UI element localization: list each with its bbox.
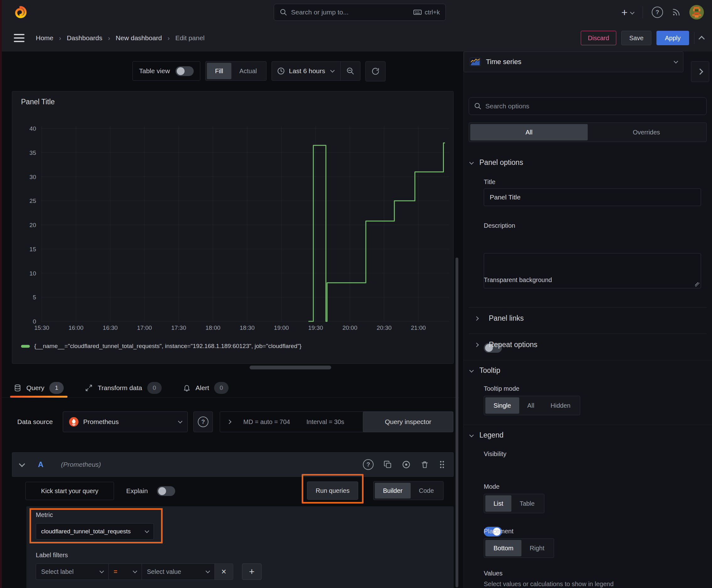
seg-option-all[interactable]: All <box>519 397 542 414</box>
divider <box>464 360 712 360</box>
divider <box>694 32 694 44</box>
copy-icon[interactable] <box>384 460 392 469</box>
visualization-picker[interactable]: Time series <box>464 51 684 72</box>
resize-handle-icon[interactable] <box>695 282 699 287</box>
grafana-logo-icon[interactable] <box>13 5 28 19</box>
seg-option-right[interactable]: Right <box>521 540 553 556</box>
section-repeat-options[interactable]: Repeat options <box>475 340 537 349</box>
svg-text:10: 10 <box>29 270 36 277</box>
seg-option-bottom[interactable]: Bottom <box>486 540 521 556</box>
apply-button[interactable]: Apply <box>656 31 689 45</box>
section-panel-options[interactable]: Panel options <box>470 158 523 167</box>
legend-values-hint: Select values or calculations to show in… <box>484 581 614 588</box>
select-value-dropdown[interactable]: Select value <box>142 564 215 580</box>
clock-icon <box>277 67 285 75</box>
add-filter-button[interactable]: + <box>242 564 261 580</box>
explain-toggle[interactable] <box>157 486 175 496</box>
svg-text:40: 40 <box>29 125 36 132</box>
operator-dropdown[interactable]: = <box>109 564 142 580</box>
query-inspector-button[interactable]: Query inspector <box>363 412 453 432</box>
seg-option-actual[interactable]: Actual <box>231 63 265 79</box>
discard-button[interactable]: Discard <box>581 31 617 45</box>
metric-label: Metric <box>36 511 53 519</box>
tab-alert[interactable]: Alert 0 <box>181 378 231 398</box>
search-placeholder: Search or jump to... <box>291 8 410 16</box>
chevron-right-icon: › <box>59 35 61 42</box>
legend-placement-label: Placement <box>484 528 514 535</box>
tab-label: Transform data <box>98 384 142 392</box>
query-row-header[interactable]: A (Prometheus) ? <box>12 452 454 477</box>
breadcrumb-item-new-dashboard[interactable]: New dashboard <box>116 34 162 42</box>
section-heading: Repeat options <box>489 340 537 349</box>
breadcrumb-item-home[interactable]: Home <box>36 34 53 42</box>
zoom-out-button[interactable] <box>340 62 360 80</box>
plus-icon: + <box>621 7 628 18</box>
avatar[interactable] <box>689 5 704 19</box>
menu-icon[interactable] <box>14 34 24 42</box>
seg-option-overrides[interactable]: Overrides <box>588 124 705 141</box>
section-panel-links[interactable]: Panel links <box>475 314 524 322</box>
legend-values-label: Values <box>484 570 503 577</box>
tab-count-badge: 0 <box>214 382 229 394</box>
query-editor-body: Metric cloudflared_tunnel_total_requests… <box>26 506 454 588</box>
tab-query[interactable]: Query 1 <box>12 378 66 398</box>
datasource-select[interactable]: Prometheus <box>63 412 188 432</box>
time-range-picker[interactable]: Last 6 hours <box>272 61 360 81</box>
global-search-input[interactable]: Search or jump to... ctrl+k <box>274 4 446 21</box>
seg-option-table[interactable]: Table <box>511 495 543 512</box>
transparent-background-label: Transparent background <box>484 276 552 284</box>
interval: Interval = 30s <box>306 418 344 426</box>
options-search-input[interactable]: Search options <box>469 97 707 115</box>
query-options-row[interactable]: MD = auto = 704 Interval = 30s Query ins… <box>220 412 453 432</box>
section-heading: Tooltip <box>479 366 500 375</box>
section-tooltip[interactable]: Tooltip <box>470 366 500 375</box>
select-label-placeholder: Select label <box>41 568 96 575</box>
section-legend[interactable]: Legend <box>470 431 503 439</box>
table-view-toggle[interactable] <box>175 66 194 76</box>
explain-label: Explain <box>126 482 148 500</box>
max-data-points: MD = auto = 704 <box>243 418 290 426</box>
seg-option-single[interactable]: Single <box>486 397 519 414</box>
table-view-label: Table view <box>139 67 170 75</box>
chevron-down-icon <box>100 569 104 573</box>
svg-text:20: 20 <box>29 222 36 228</box>
help-icon[interactable]: ? <box>363 459 373 470</box>
refresh-button[interactable] <box>365 61 386 81</box>
panel-title-input[interactable]: Panel Title <box>484 188 701 206</box>
vertical-scrollbar[interactable] <box>455 257 458 587</box>
eye-disable-icon[interactable] <box>402 460 411 469</box>
save-button[interactable]: Save <box>621 31 651 45</box>
metric-select[interactable]: cloudflared_tunnel_total_requests <box>36 523 154 540</box>
trash-icon[interactable] <box>421 460 429 469</box>
news-rss-icon[interactable] <box>672 8 681 17</box>
seg-option-fill[interactable]: Fill <box>207 63 231 79</box>
pane-resize-handle[interactable] <box>250 365 331 370</box>
help-icon[interactable]: ? <box>652 6 663 18</box>
remove-filter-button[interactable]: × <box>215 564 233 580</box>
table-view-control: Table view <box>132 61 200 81</box>
time-series-plot[interactable]: 051015202530354015:3016:0016:3017:0017:3… <box>12 111 453 335</box>
collapse-up-icon[interactable] <box>698 36 705 42</box>
chart-panel: Panel Title 051015202530354015:3016:0016… <box>12 91 454 364</box>
new-menu-button[interactable]: + <box>621 7 634 18</box>
label-filters-label: Label filters <box>36 551 68 559</box>
select-label-dropdown[interactable]: Select label <box>36 564 109 580</box>
seg-option-builder[interactable]: Builder <box>375 483 411 499</box>
seg-option-code[interactable]: Code <box>411 483 442 499</box>
chevron-down-icon[interactable] <box>19 461 25 467</box>
toggle-options-pane-button[interactable] <box>691 61 709 82</box>
chevron-down-icon <box>630 10 634 15</box>
section-heading: Legend <box>479 431 503 439</box>
legend-item[interactable]: {__name__="cloudflared_tunnel_total_requ… <box>21 343 301 350</box>
datasource-help-button[interactable]: ? <box>193 412 213 432</box>
run-queries-button[interactable]: Run queries <box>307 482 358 500</box>
seg-option-all[interactable]: All <box>470 124 588 141</box>
drag-grip-icon[interactable] <box>439 460 445 469</box>
breadcrumb-item-dashboards[interactable]: Dashboards <box>67 34 102 42</box>
seg-option-list[interactable]: List <box>486 495 511 512</box>
divider <box>469 334 707 334</box>
seg-option-hidden[interactable]: Hidden <box>542 397 579 414</box>
kick-start-query-button[interactable]: Kick start your query <box>25 482 114 500</box>
tab-transform-data[interactable]: Transform data 0 <box>83 378 164 398</box>
chevron-right-icon <box>474 316 479 320</box>
